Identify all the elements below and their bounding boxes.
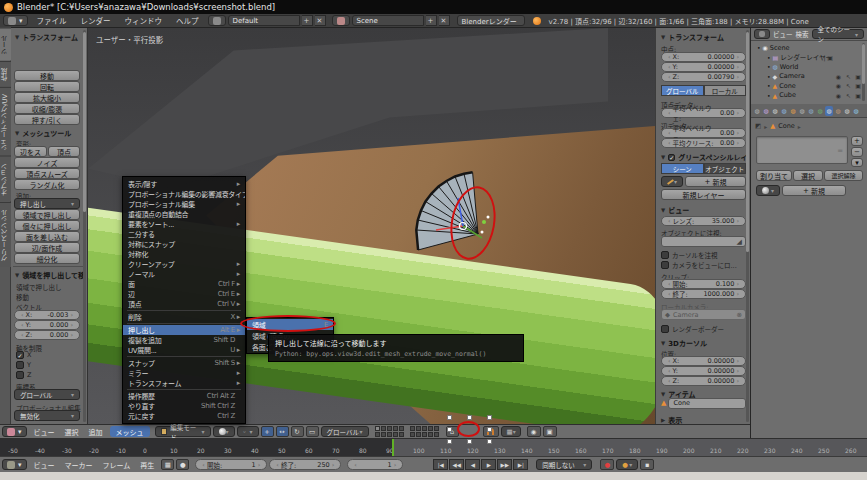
- annotation-handle-3[interactable]: [447, 427, 452, 432]
- play-button[interactable]: ▶: [481, 459, 496, 470]
- outliner-row-レンダーレイヤー[interactable]: •▤レンダーレイヤー| ▣: [751, 53, 867, 63]
- select-button[interactable]: 選択: [793, 170, 823, 181]
- local-toggle[interactable]: ローカル: [704, 85, 747, 96]
- render-opengl-button[interactable]: ◉: [527, 426, 541, 437]
- expander-icon[interactable]: •: [757, 44, 761, 51]
- view3d-menu-0[interactable]: ビュー: [29, 427, 60, 437]
- edge-slide-button[interactable]: 辺をス: [14, 146, 47, 157]
- add-button-0[interactable]: 領域で押し出し: [14, 209, 80, 220]
- proportional-edit-dropdown[interactable]: 無効化: [14, 410, 80, 421]
- scene-toggle[interactable]: シーン: [661, 163, 704, 174]
- selectability-icon[interactable]: ↖: [846, 82, 851, 89]
- cursor-z-field[interactable]: Z:0.00000: [661, 376, 746, 386]
- layer-button[interactable]: [428, 426, 433, 431]
- new-material-button[interactable]: +新規: [782, 185, 846, 196]
- median-y-field[interactable]: Y:0.00000: [661, 62, 746, 72]
- layer-button[interactable]: [387, 426, 392, 431]
- infobar-menu-3[interactable]: ヘルプ: [169, 15, 206, 26]
- annotation-handle-1[interactable]: [467, 415, 472, 420]
- menu-item-2[interactable]: プロポーショナル編集▸: [123, 199, 245, 209]
- annotation-handle-4[interactable]: [487, 427, 492, 432]
- scene-field[interactable]: Scene: [352, 15, 424, 26]
- clear-icon[interactable]: ⊗: [737, 311, 742, 319]
- grease-checkbox[interactable]: [668, 154, 675, 161]
- properties-tab-material[interactable]: ◍: [825, 106, 833, 116]
- play-reverse-button[interactable]: ◀: [465, 459, 480, 470]
- properties-tab-texture[interactable]: ◍: [834, 106, 842, 116]
- annotation-handle-2[interactable]: [487, 415, 492, 420]
- local-camera-field[interactable]: ◆Camera⊗: [661, 309, 746, 320]
- median-z-field[interactable]: Z:0.00790: [661, 72, 746, 82]
- render-border-checkbox[interactable]: [661, 325, 669, 333]
- expander-icon[interactable]: •: [767, 92, 771, 99]
- menu-item-12[interactable]: 頂点Ctrl V▸: [123, 299, 245, 309]
- layer-button[interactable]: [381, 432, 386, 437]
- object-icon[interactable]: ◩: [755, 122, 761, 130]
- vertex-slide-button[interactable]: 頂点: [48, 146, 80, 157]
- toolshelf-scrollbar[interactable]: [83, 30, 86, 422]
- view3d-editor-type-button[interactable]: ▾: [2, 426, 27, 437]
- outliner-row-cone[interactable]: •▲Cone◉↖▣: [751, 81, 867, 91]
- orientation-dropdown-header[interactable]: グローバル: [321, 426, 369, 437]
- toolshelf-tab-0[interactable]: ツール: [0, 28, 11, 61]
- vector-x-field[interactable]: X:-0.003: [14, 310, 80, 320]
- toolshelf-tab-3[interactable]: オプション: [0, 156, 11, 202]
- timeline-menu-0[interactable]: ビュー: [29, 460, 60, 470]
- properties-tab-particles[interactable]: ◍: [843, 106, 851, 116]
- outliner-view-menu[interactable]: ビュー: [773, 29, 793, 39]
- object-toggle[interactable]: オブジェクト: [704, 163, 747, 174]
- item-name-field[interactable]: Cone: [668, 398, 746, 409]
- menu-item-26[interactable]: 元に戻すCtrl Z: [123, 411, 245, 421]
- properties-tab-physics[interactable]: ◍: [852, 106, 860, 116]
- breadcrumb-object-name[interactable]: Cone: [778, 122, 795, 130]
- annotation-handle-0[interactable]: [447, 415, 452, 420]
- layer-button[interactable]: [422, 432, 427, 437]
- eyedropper-icon[interactable]: ◢: [737, 238, 742, 246]
- infobar-menu-0[interactable]: ファイル: [30, 15, 74, 26]
- lock-cursor-checkbox[interactable]: [661, 251, 669, 259]
- timeline-menu-1[interactable]: マーカー: [60, 460, 98, 470]
- deform-button-0[interactable]: ノイズ: [14, 157, 80, 168]
- slot-specials-button[interactable]: ▾: [851, 158, 863, 167]
- properties-tab-modifiers[interactable]: ◍: [807, 106, 815, 116]
- frame-lock-icon[interactable]: ●: [176, 459, 189, 470]
- layer-button[interactable]: [410, 426, 415, 431]
- new-layer-button[interactable]: 新規レイヤー: [661, 189, 746, 200]
- renderability-icon[interactable]: ▣: [855, 82, 861, 89]
- editor-type-info-button[interactable]: ▾: [3, 15, 28, 26]
- selectability-icon[interactable]: ↖: [846, 92, 851, 99]
- layer-button[interactable]: [416, 426, 421, 431]
- layer-button[interactable]: [381, 426, 386, 431]
- deselect-button[interactable]: 選択解除: [824, 170, 863, 181]
- pencil-dropdown[interactable]: [661, 176, 683, 187]
- view3d-menu-1[interactable]: 選択: [60, 427, 84, 437]
- mesh-menu-button[interactable]: メッシュ: [110, 426, 150, 437]
- layer-button[interactable]: [387, 432, 392, 437]
- layer-button[interactable]: [375, 426, 380, 431]
- add-button-1[interactable]: 個々に押し出し: [14, 220, 80, 231]
- outliner-row-scene[interactable]: •◉Scene: [751, 43, 867, 53]
- properties-tab-world[interactable]: ◍: [780, 106, 788, 116]
- extrude-dropdown[interactable]: 押し出し: [14, 198, 80, 209]
- jump-to-start-button[interactable]: |◀: [433, 459, 448, 470]
- add-slot-button[interactable]: +: [851, 136, 863, 146]
- view3d-menu-2[interactable]: 追加: [84, 427, 108, 437]
- properties-tab-object-data[interactable]: ◍: [816, 106, 824, 116]
- menu-item-22[interactable]: トランスフォーム▸: [123, 378, 245, 388]
- infobar-menu-2[interactable]: ウィンドウ: [118, 15, 170, 26]
- expander-icon[interactable]: •: [767, 54, 771, 61]
- crease-field[interactable]: 平均クリース:0.00: [661, 138, 746, 148]
- cursor-x-field[interactable]: X:0.00000: [661, 356, 746, 366]
- grease-new-button[interactable]: +新規: [685, 176, 746, 187]
- properties-tab-constraints[interactable]: ◍: [798, 106, 806, 116]
- sync-dropdown[interactable]: 同期しない: [536, 459, 592, 470]
- median-x-field[interactable]: X:0.00000: [661, 52, 746, 62]
- camera-lock-checkbox[interactable]: [661, 261, 669, 269]
- renderability-icon[interactable]: ▣: [855, 73, 861, 80]
- visibility-icon[interactable]: ◉: [836, 92, 841, 99]
- np-view-header[interactable]: ビュー: [661, 205, 689, 215]
- annotation-handle-6[interactable]: [467, 439, 472, 444]
- layer-button[interactable]: [428, 432, 433, 437]
- properties-tab-render[interactable]: ◍: [753, 106, 761, 116]
- outliner-row-camera[interactable]: •◆Camera◉↖▣: [751, 72, 867, 82]
